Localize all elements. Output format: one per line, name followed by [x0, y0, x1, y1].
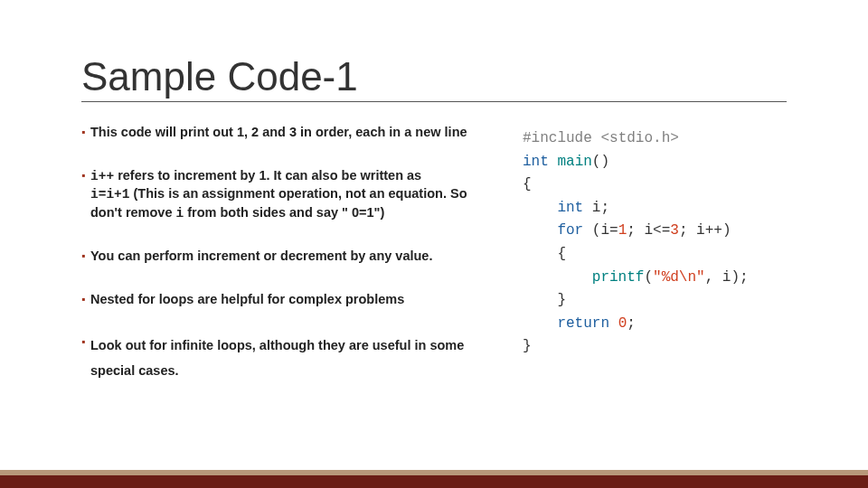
- code-token: i;: [592, 200, 609, 216]
- code-token: (i=: [592, 222, 618, 239]
- code-token: ;: [627, 315, 636, 332]
- slide-title: Sample Code-1: [81, 54, 787, 102]
- code-token: main: [557, 154, 591, 170]
- code-token: 3: [670, 222, 679, 239]
- bullet-list: This code will print out 1, 2 and 3 in o…: [81, 124, 490, 408]
- bullet-text: This code will print out 1, 2 and 3 in o…: [90, 125, 467, 139]
- code-token: <stdio.h>: [600, 130, 678, 146]
- code-token: }: [557, 292, 566, 308]
- code-token: printf: [592, 269, 645, 286]
- code-token: (): [592, 154, 609, 170]
- bullet-item: Look out for infinite loops, although th…: [81, 333, 490, 383]
- code-token: #include: [523, 130, 592, 146]
- bullet-item: i++ refers to increment by 1. It can als…: [81, 167, 490, 223]
- bullet-item: You can perform increment or decrement b…: [81, 248, 490, 266]
- bullet-text: You can perform increment or decrement b…: [90, 249, 432, 263]
- bullet-text: refers to increment by 1. It can also be…: [114, 168, 421, 183]
- code-token: for: [557, 222, 583, 239]
- bullet-item: This code will print out 1, 2 and 3 in o…: [81, 124, 490, 142]
- code-token: (: [644, 269, 653, 286]
- code-token: , i);: [705, 269, 749, 286]
- slide: Sample Code-1 This code will print out 1…: [0, 0, 868, 488]
- code-token: ; i<=: [627, 222, 670, 239]
- code-token: "%d\n": [653, 269, 705, 286]
- code-block: #include <stdio.h> int main() { int i; f…: [515, 124, 787, 408]
- code-token: {: [557, 246, 566, 262]
- footer-accent: [0, 475, 868, 488]
- code-token: }: [523, 338, 532, 354]
- code-token: 1: [618, 222, 627, 239]
- code-token: int: [557, 200, 583, 216]
- code-token: 0: [618, 315, 627, 332]
- bullet-text: Nested for loops are helpful for complex…: [90, 292, 404, 306]
- bullet-text: from both sides and say " 0=1"): [184, 205, 384, 220]
- code-token: return: [557, 315, 609, 332]
- code-token: {: [523, 176, 532, 192]
- inline-code: i: [176, 206, 184, 221]
- code-token: ; i++): [679, 222, 731, 239]
- bullet-text: Look out for infinite loops, although th…: [90, 338, 464, 378]
- inline-code: i=i+1: [90, 187, 130, 202]
- content-row: This code will print out 1, 2 and 3 in o…: [81, 124, 787, 408]
- bullet-item: Nested for loops are helpful for complex…: [81, 291, 490, 309]
- code-token: int: [523, 154, 549, 170]
- inline-code: i++: [90, 169, 114, 183]
